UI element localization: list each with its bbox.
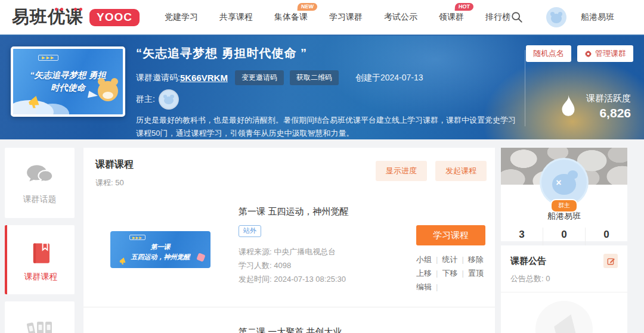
bear-mascot-icon	[98, 81, 118, 101]
chat-bubbles-icon	[25, 164, 55, 188]
top-navbar: 易班优课 YOOC 党建学习 共享课程 集体备课 NEW 学习课群 考试公示 领…	[0, 0, 644, 36]
nav-item-shared-courses[interactable]: 共享课程	[219, 12, 253, 23]
sidebar-item-group-courses[interactable]: 课群课程	[5, 225, 75, 294]
start-course-button[interactable]: 发起课程	[435, 161, 487, 181]
divider	[501, 292, 627, 292]
owner-profile-card: 群主 船港易班 3 课程 0 测评 0 话题	[501, 148, 627, 241]
megaphone-icon	[546, 312, 583, 333]
owner-row: 群主:	[136, 91, 522, 108]
announcements-card: 课群公告 公告总数: 0	[501, 245, 627, 333]
owner-avatar[interactable]	[160, 91, 178, 108]
navbar-right: 船港易班	[510, 7, 614, 27]
course-start-time: 2024-07-13 08:25:30	[274, 275, 346, 284]
logo-dot	[74, 8, 77, 11]
change-invite-code-button[interactable]: 变更邀请码	[235, 70, 284, 85]
logo-dot	[79, 8, 82, 11]
arrows-icon	[38, 55, 58, 61]
course-group-title: “矢志追寻梦想 勇担时代使命 ”	[136, 45, 522, 61]
nav-item-study-course-groups[interactable]: 学习课群	[329, 12, 363, 23]
edit-announcement-button[interactable]	[603, 254, 618, 268]
activity-label: 课群活跃度	[586, 93, 631, 104]
username[interactable]: 船港易班	[581, 12, 614, 23]
announcements-title: 课群公告	[510, 256, 546, 267]
invite-code-label: 课群邀请码:	[136, 73, 180, 83]
invite-row: 课群邀请码: 5K66VRKM 变更邀请码 获取二维码 创建于2024-07-1…	[136, 70, 522, 85]
nav-item-party-building-study[interactable]: 党建学习	[165, 12, 198, 23]
binders-icon	[24, 318, 55, 333]
sidebar-item-label: 课群话题	[5, 194, 75, 205]
offsite-badge: 站外	[239, 225, 261, 237]
flame-icon	[558, 94, 579, 120]
user-avatar[interactable]	[546, 7, 566, 27]
course-title[interactable]: 第一课 五四运动，神州觉醒	[239, 206, 348, 217]
panel-title: 课群课程	[95, 158, 134, 171]
course-source: 中央广播电视总台	[274, 247, 336, 256]
move-down-link[interactable]: 下移	[442, 269, 467, 278]
nav-item-group-lesson-prep[interactable]: 集体备课 NEW	[274, 12, 308, 23]
logo-dot	[60, 8, 63, 11]
paper-plane-icon	[88, 91, 98, 99]
course-row: 第二课 一大聚首 共创大业	[83, 313, 495, 333]
remove-link[interactable]: 移除	[468, 255, 484, 264]
yooc-course-group-page: 易班优课 YOOC 党建学习 共享课程 集体备课 NEW 学习课群 考试公示 领…	[0, 0, 644, 333]
invite-code-value[interactable]: 5K66VRKM	[180, 73, 228, 83]
main-navigation: 党建学习 共享课程 集体备课 NEW 学习课群 考试公示 领课群 HOT 排行榜	[165, 12, 510, 23]
book-icon	[29, 241, 54, 266]
move-up-link[interactable]: 上移	[416, 269, 442, 278]
course-group-banner: “矢志追寻梦想 勇担 时代使命 “矢志追寻梦想 勇担时代使命 ” 课群邀请码: …	[0, 36, 644, 139]
hot-badge: HOT	[454, 3, 473, 11]
nav-item-leaderboard[interactable]: 排行榜	[485, 12, 510, 23]
pencil-icon	[606, 257, 615, 266]
sidebar-item-group-files[interactable]	[5, 301, 75, 333]
group-link[interactable]: 小组	[416, 255, 442, 264]
course-list-panel: 课群课程 课程: 50 显示进度 发起课程 第一课 五四运动，神州觉醒 第一课 …	[83, 148, 495, 333]
pin-top-link[interactable]: 置顶	[468, 269, 484, 278]
random-call-button[interactable]: 随机点名	[526, 45, 571, 62]
course-row: 第一课 五四运动，神州觉醒 第一课 五四运动，神州觉醒 站外 课程来源: 中央广…	[83, 194, 495, 307]
course-group-description: 历史是最好的教科书，也是最好的清醒剂。暑假期间结合易班优课平台建立线上学习课群，…	[136, 114, 522, 139]
study-course-button[interactable]: 学习课程	[416, 225, 485, 245]
logo-dot	[55, 8, 58, 11]
arrows-icon	[129, 235, 145, 240]
nav-item-get-course-group[interactable]: 领课群 HOT	[439, 12, 464, 23]
banner-actions: 随机点名 管理课群	[526, 45, 633, 62]
owner-role-badge: 群主	[550, 199, 578, 213]
course-thumbnail[interactable]: 第一课 五四运动，神州觉醒	[110, 231, 210, 268]
banner-info: “矢志追寻梦想 勇担时代使命 ” 课群邀请码: 5K66VRKM 变更邀请码 获…	[136, 45, 522, 139]
get-qr-code-button[interactable]: 获取二维码	[290, 70, 339, 85]
course-learners: 4098	[274, 261, 291, 270]
show-progress-button[interactable]: 显示进度	[376, 161, 427, 181]
empty-announcements-placeholder	[535, 301, 593, 333]
course-meta: 课程来源: 中央广播电视总台 学习人数: 4098 发起时间: 2024-07-…	[239, 245, 348, 286]
logo-badge: YOOC	[89, 9, 140, 26]
course-actions: 学习课程 小组统计移除 上移下移置顶 编辑	[416, 225, 487, 294]
nav-item-exam-publicity[interactable]: 考试公示	[384, 12, 417, 23]
yooc-logo[interactable]: 易班优课 YOOC	[12, 5, 140, 29]
course-list-header: 课群课程 课程: 50 显示进度 发起课程	[83, 148, 495, 188]
owner-label: 群主:	[136, 94, 155, 105]
gear-icon	[584, 50, 592, 58]
stats-link[interactable]: 统计	[442, 255, 467, 264]
activity-value: 6,826	[586, 106, 631, 120]
search-icon[interactable]	[510, 11, 524, 24]
owner-profile-avatar[interactable]	[541, 160, 587, 205]
sidebar-item-group-topics[interactable]: 课群话题	[5, 148, 75, 218]
edit-link[interactable]: 编辑	[416, 282, 442, 291]
course-info: 第一课 五四运动，神州觉醒 站外 课程来源: 中央广播电视总台 学习人数: 40…	[239, 206, 348, 286]
announcement-total: 公告总数: 0	[510, 273, 618, 284]
course-count: 课程: 50	[95, 178, 134, 188]
created-date: 创建于2024-07-13	[355, 73, 423, 83]
activity-widget: 课群活跃度 6,826	[558, 93, 631, 120]
manage-group-button[interactable]: 管理课群	[577, 45, 633, 62]
banner-divider	[525, 50, 525, 126]
new-badge: NEW	[297, 3, 317, 11]
course-op-links: 小组统计移除 上移下移置顶 编辑	[416, 253, 487, 294]
course-group-cover-image: “矢志追寻梦想 勇担 时代使命	[11, 46, 125, 117]
course-title[interactable]: 第二课 一大聚首 共创大业	[239, 326, 342, 333]
logo-text: 易班优课	[12, 5, 83, 29]
sidebar-item-label: 课群课程	[7, 272, 75, 282]
